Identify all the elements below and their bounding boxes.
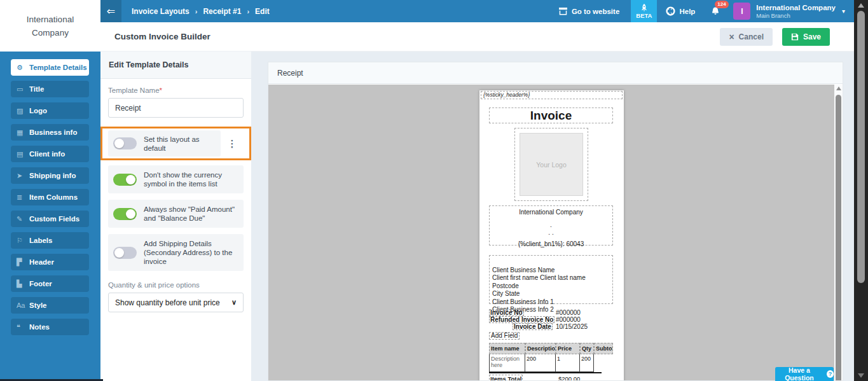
sidebar-item-label: Style — [29, 301, 47, 309]
sidebar-item-label: Footer — [29, 280, 52, 287]
columns-icon: ≣ — [17, 193, 29, 202]
sidebar-item-title[interactable]: ▭ Title — [11, 81, 89, 97]
account-branch: Main Branch — [756, 12, 836, 19]
items-table-row: Description here 200 1 200 — [489, 354, 613, 372]
cancel-button[interactable]: × Cancel — [720, 28, 773, 46]
sidebar-item-footer[interactable]: ▙ Footer — [11, 275, 89, 292]
set-default-label: Set this layout as default — [144, 135, 216, 153]
refunded-invoice-no-label[interactable]: Refunded Invoice No — [489, 316, 555, 323]
storefront-icon — [558, 7, 568, 15]
footer-table-icon: ▙ — [17, 280, 29, 288]
invoice-no-label[interactable]: Invoice No — [489, 309, 524, 316]
client-line: Postcode — [492, 282, 612, 290]
id-card-icon: ▤ — [17, 150, 29, 158]
collapse-sidebar-button[interactable]: ⇐ — [100, 0, 121, 22]
notifications-button[interactable]: 124 — [710, 6, 720, 17]
refunded-invoice-no-row: Refunded Invoice No #000000 — [489, 316, 613, 323]
beta-label: BETA — [636, 12, 652, 19]
cell-price: 1 — [556, 354, 580, 372]
page-title: Custom Invoice Builder — [114, 32, 210, 41]
sidebar-item-custom-fields[interactable]: ✎ Custom Fields — [11, 211, 89, 227]
invoice-preview-panel: Receipt {%sticky_header%} Invoice Your L… — [268, 62, 843, 381]
breadcrumb-receipt[interactable]: Receipt #1 — [203, 7, 241, 16]
account-company-name: International Company — [756, 4, 836, 12]
collapse-arrow-icon: ⇐ — [107, 5, 115, 17]
sidebar-item-item-columns[interactable]: ≣ Item Columns — [11, 189, 89, 205]
account-menu[interactable]: International Company Main Branch — [756, 4, 836, 19]
invoice-fields-section: Invoice No #000000 Refunded Invoice No #… — [489, 309, 613, 340]
add-shipping-details-toggle[interactable] — [113, 247, 137, 259]
page-scrollbar[interactable] — [854, 0, 868, 381]
always-show-paid-amount-label: Always show "Paid Amount" and "Balance D… — [144, 205, 238, 223]
invoice-title-section[interactable]: Invoice — [489, 107, 613, 123]
sidebar-item-label: Title — [29, 85, 44, 93]
rocket-icon — [641, 4, 647, 12]
save-button[interactable]: Save — [782, 28, 830, 46]
caret-down-icon[interactable]: ▾ — [842, 8, 845, 15]
more-options-button[interactable]: ⋮ — [221, 130, 244, 156]
lifebuoy-icon — [666, 6, 675, 16]
sidebar-item-logo[interactable]: ▨ Logo — [11, 102, 89, 119]
quantity-options-selected: Show quantity before unit price — [115, 298, 220, 307]
company-brand[interactable]: International Company — [0, 0, 100, 52]
shipping-details-toggle-row: Add Shipping Details (Secondary Address)… — [108, 234, 244, 271]
always-show-paid-amount-toggle[interactable] — [113, 208, 137, 220]
sidebar-item-client-info[interactable]: ▤ Client info — [11, 146, 89, 162]
invoice-no-value: #000000 — [556, 309, 581, 316]
sidebar-item-labels[interactable]: ⚐ Labels — [11, 232, 89, 249]
business-line: . . — [490, 229, 612, 236]
go-to-website-link[interactable]: Go to website — [558, 7, 619, 15]
scrollbar-up-arrow-icon[interactable] — [858, 3, 864, 8]
sidebar-item-label: Business info — [29, 128, 77, 136]
preview-scrollbar[interactable] — [834, 85, 843, 380]
question-icon: ? — [827, 370, 834, 378]
set-default-toggle[interactable] — [113, 137, 137, 149]
help-link[interactable]: Help — [666, 6, 695, 16]
invoice-items-table[interactable]: Item name Description Price Qty Subtotal… — [489, 343, 613, 380]
sidebar-item-style[interactable]: Aa Style — [11, 297, 89, 314]
beta-badge[interactable]: BETA — [631, 0, 657, 22]
sidebar-item-label: Logo — [29, 107, 47, 114]
preview-scrollbar-thumb[interactable] — [836, 95, 841, 380]
sidebar-item-label: Custom Fields — [29, 215, 79, 223]
page-scrollbar-thumb[interactable] — [857, 11, 865, 283]
sidebar-item-template-details[interactable]: ⚙ Template Details — [11, 59, 89, 76]
invoice-business-info-section[interactable]: International Company . . . {%client_bn1… — [489, 205, 613, 246]
image-icon: ▨ — [17, 107, 29, 115]
scroll-up-arrow-icon[interactable] — [836, 87, 841, 90]
hide-currency-symbol-toggle[interactable] — [113, 174, 137, 186]
sidebar-item-header[interactable]: ▛ Header — [11, 254, 89, 270]
col-description: Description — [525, 343, 556, 354]
avatar[interactable]: I — [733, 3, 750, 20]
items-total-value: $200.00 — [558, 375, 580, 380]
sidebar-item-business-info[interactable]: ▦ Business info — [11, 124, 89, 141]
cell-description: 200 — [525, 354, 556, 372]
items-total-label[interactable]: Items Total — [489, 375, 523, 380]
quantity-options-select[interactable]: Show quantity before unit price ∨ — [108, 293, 244, 312]
hide-currency-symbol-label: Don't show the currency symbol in the it… — [144, 170, 238, 188]
required-asterisk: * — [160, 87, 162, 94]
breadcrumb: Invoice Layouts › Receipt #1 › Edit — [132, 7, 270, 16]
set-default-highlighted-row: Set this layout as default ⋮ — [100, 127, 251, 160]
sidebar-item-label: Item Columns — [29, 193, 78, 201]
currency-symbol-toggle-row: Don't show the currency symbol in the it… — [108, 165, 244, 193]
template-name-input[interactable] — [108, 98, 244, 118]
breadcrumb-edit[interactable]: Edit — [255, 7, 270, 16]
preview-tab-receipt[interactable]: Receipt — [277, 69, 303, 78]
breadcrumb-invoice-layouts[interactable]: Invoice Layouts — [132, 7, 189, 16]
invoice-client-info-section[interactable]: Client Business Name Client first name C… — [489, 255, 613, 304]
invoice-date-label[interactable]: Invoice Date — [513, 323, 553, 330]
scrollbar-down-arrow-icon[interactable] — [858, 373, 864, 378]
save-label: Save — [803, 32, 821, 41]
sidebar-item-shipping-info[interactable]: ➤ Shipping info — [11, 167, 89, 184]
sidebar-item-label: Notes — [29, 323, 50, 331]
notification-count-badge: 124 — [715, 1, 728, 8]
add-field-button[interactable]: Add Field — [489, 332, 520, 340]
cell-qty: 200 — [580, 354, 594, 372]
have-a-question-button[interactable]: Have a Question ? — [775, 367, 834, 381]
sidebar-item-label: Shipping info — [29, 172, 76, 179]
sidebar-item-notes[interactable]: ❝ Notes — [11, 319, 89, 335]
invoice-logo-section[interactable]: Your Logo — [514, 128, 588, 201]
add-shipping-details-label: Add Shipping Details (Secondary Address)… — [144, 239, 238, 266]
sticky-header-placeholder[interactable]: {%sticky_header%} — [481, 91, 623, 99]
